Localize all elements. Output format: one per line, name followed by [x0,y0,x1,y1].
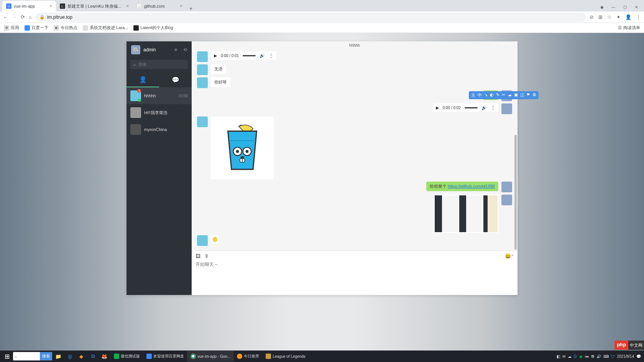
reload-icon[interactable]: ⟳ [21,14,25,20]
record-icon[interactable]: ◉ [597,4,606,10]
taskbar-app-icon[interactable]: ◆ [76,351,87,362]
float-tool-icon[interactable]: ▣ [514,92,518,98]
float-tool-icon[interactable]: ⚙ [532,92,536,98]
tray-icon[interactable]: ☁ [568,354,572,359]
tray-icon[interactable]: ⌨ [603,354,609,359]
start-button[interactable]: ⊞ [2,351,12,362]
taskbar-app[interactable]: 今日推荐 [233,351,262,362]
tab-label: github.com [144,4,177,8]
tab-vue-im-app[interactable]: V vue-im-app × [2,1,56,11]
search-box[interactable]: ⌕ [130,60,188,69]
taskbar-search-input[interactable] [18,354,40,359]
bookmark-baidu[interactable]: 百度一下 [25,25,48,31]
tab-learnku[interactable]: L 新建文章 | LearnKu 终身编程社 × [56,1,133,11]
tray-icon[interactable]: ⏮ [585,354,589,359]
float-tool-icon[interactable]: ✎ [496,92,499,98]
tray-icon[interactable]: 🛡 [611,354,615,359]
float-tool-icon[interactable]: ☁ [508,92,512,98]
play-icon[interactable]: ▶ [214,53,217,58]
tray-icon[interactable]: ⛃ [591,354,594,359]
close-icon[interactable]: × [126,3,129,9]
float-tool-icon[interactable]: 主 [471,92,475,98]
menu-icon[interactable]: ⋮ [636,14,641,20]
float-tool-icon[interactable]: 中 [478,92,482,98]
audio-progress[interactable] [465,107,478,108]
image-tool-icon[interactable]: 🖼 [196,253,200,259]
back-icon[interactable]: ← [3,14,8,20]
volume-icon[interactable]: 🔊 [481,105,487,110]
float-tool-icon[interactable]: ↘ [484,92,488,98]
message-link[interactable]: https://github.com/pl1998 [448,184,495,188]
maximize-icon[interactable]: ▢ [620,4,629,10]
tray-icon[interactable]: G [574,354,577,359]
extensions-icon[interactable]: ✦ [616,14,621,20]
play-icon[interactable]: ▶ [436,105,439,110]
message-row: 无语 [197,64,512,75]
float-tool-icon[interactable]: ◫ [520,92,524,98]
floating-toolbar[interactable]: 主中↘◐✎✂☁▣◫⚑⚙ [469,91,539,99]
taskbar-explorer-icon[interactable]: 📁 [53,351,64,362]
contact-item[interactable]: 1 hhhhh 15:50 [127,87,192,104]
float-tool-icon[interactable]: ⚑ [526,92,530,98]
more-icon[interactable]: ⋮ [491,105,495,110]
taskbar-search[interactable]: ⌕ 搜索 [13,352,52,360]
audio-message[interactable]: ▶ 0:00 / 0:01 🔊 ⋮ [211,51,276,60]
clip-icon[interactable]: ⊘ [590,14,594,20]
reading-list[interactable]: ☰阅读清单 [618,25,640,31]
new-tab-button[interactable]: + [186,5,196,11]
tray-icon[interactable]: 🔊 [596,354,601,359]
chat-pane: hhhhh ▶ 0:00 / 0:01 🔊 ⋮ 无语 [192,41,518,295]
profile-icon[interactable]: 👤 [625,14,631,20]
taskbar-vscode-icon[interactable]: ⧉ [87,351,98,362]
notifications-icon[interactable]: 💬 [636,354,641,359]
tray-icon[interactable]: ◧ [557,354,560,359]
more-icon[interactable]: ⋮ [269,53,273,58]
close-icon[interactable]: × [49,3,52,9]
tab-contacts[interactable]: 👤 [127,72,159,87]
float-tool-icon[interactable]: ✂ [502,92,505,98]
search-input[interactable] [138,62,191,67]
menu-icon[interactable]: ≡ [174,47,177,52]
close-icon[interactable]: × [180,3,182,9]
bookmark-hot[interactable]: ◐今日热点 [54,25,77,31]
audio-progress[interactable] [243,55,256,56]
tab-chats[interactable]: 💬 [159,72,192,87]
star-icon[interactable]: ☆ [607,14,612,20]
avatar [130,107,141,118]
bookmark-lara[interactable]: 系统文档改进 Lara... [83,25,128,31]
tray-datetime[interactable]: 2021/8/14 [617,354,634,359]
contact-item[interactable]: Hi!!我李荣浩 [127,104,192,121]
bookmark-latent[interactable]: Latent的个人Blog [133,25,173,31]
scrollbar-thumb[interactable] [514,135,517,250]
emoji-send-icon[interactable]: 😄⁺ [505,253,514,259]
audio-time: 0:00 / 0:02 [443,106,461,110]
apps-icon: ⊞ [4,25,9,31]
search-button[interactable]: 搜索 [40,352,52,360]
home-icon[interactable]: ⌂ [29,14,32,20]
float-tool-icon[interactable]: ◐ [490,92,494,98]
bookmark-apps[interactable]: ⊞应用 [4,25,19,31]
address-bar[interactable]: 🔒 im.pltrue.top [36,13,586,22]
taskbar-app[interactable]: 欢迎使用百度网盘 [143,351,187,362]
forward-icon[interactable]: → [12,14,17,20]
tray-icon[interactable]: ◉ [579,354,583,359]
minimize-icon[interactable]: — [609,4,618,10]
taskbar-app[interactable]: League of Legends [262,351,309,362]
close-window-icon[interactable]: ✕ [632,4,641,10]
taskbar-app[interactable]: vue-im-app - Goo... [187,351,233,362]
screenshot-message[interactable] [434,195,498,233]
taskbar-firefox-icon[interactable]: 🦊 [99,351,110,362]
refresh-icon[interactable]: ⟲ [183,47,187,52]
message-input[interactable] [196,261,514,272]
volume-icon[interactable]: 🔊 [260,53,265,58]
taskbar-app[interactable]: 微信测试版 [110,351,143,362]
translate-icon[interactable]: ⊞ [598,14,603,20]
tab-github[interactable]: ◌ github.com × [133,1,186,11]
taskbar-edge-icon[interactable]: ◎ [64,351,75,362]
image-message[interactable] [211,116,274,179]
contact-item[interactable]: myronChina [127,121,192,138]
scrollbar-track[interactable] [514,49,517,251]
tray-icon[interactable]: ✉ [562,354,565,359]
audio-message[interactable]: ▶ 0:00 / 0:02 🔊 ⋮ [433,103,498,112]
voice-tool-icon[interactable]: 🎙 [204,253,209,259]
